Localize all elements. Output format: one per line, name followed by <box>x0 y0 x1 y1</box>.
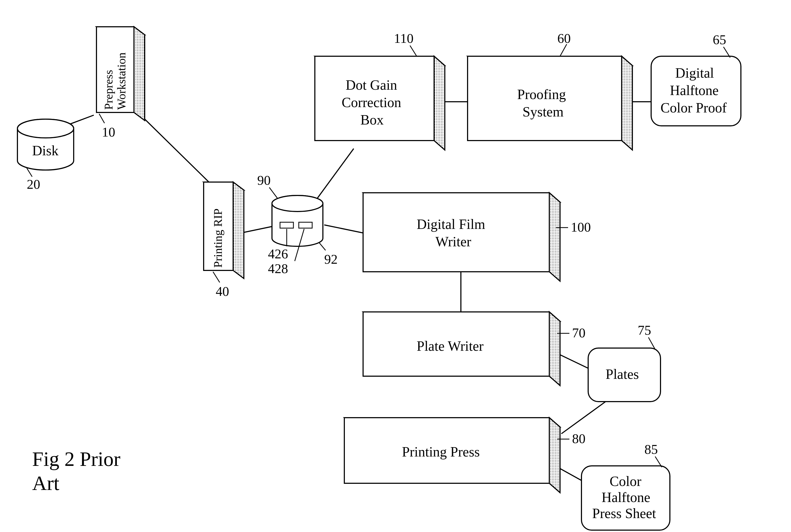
svg-line-28 <box>269 187 277 198</box>
prepress-ref: 10 <box>102 125 115 139</box>
svg-line-4 <box>241 226 273 233</box>
spool-ref-92: 92 <box>324 252 338 267</box>
prepress-label-1: Prepress <box>102 70 115 110</box>
plate-writer-box: Plate Writer <box>363 312 560 385</box>
proof-l2: Halftone <box>670 83 719 98</box>
svg-point-18 <box>17 119 74 138</box>
svg-marker-47 <box>549 312 560 385</box>
svg-marker-53 <box>549 418 560 493</box>
dotgain-ref: 110 <box>394 31 413 46</box>
sheet-l3: Press Sheet <box>592 506 656 521</box>
svg-marker-14 <box>134 27 145 120</box>
sheet-l1: Color <box>610 474 641 489</box>
spool-ref-428: 428 <box>268 261 288 276</box>
proofing-l2: System <box>522 104 564 119</box>
svg-line-12 <box>560 469 584 482</box>
svg-line-39 <box>560 44 567 56</box>
digital-proof-box: Digital Halftone Color Proof <box>651 56 741 126</box>
plates-label: Plates <box>606 366 639 382</box>
svg-rect-44 <box>363 193 549 272</box>
proofing-l1: Proofing <box>517 87 566 102</box>
plates-box: Plates <box>588 348 661 402</box>
spool-ref-90: 90 <box>257 173 271 188</box>
svg-marker-21 <box>233 182 244 279</box>
svg-line-29 <box>319 242 326 250</box>
svg-line-23 <box>213 272 220 283</box>
dotgain-l2: Correction <box>342 95 401 110</box>
disk-ref: 20 <box>27 177 40 192</box>
proof-l3: Color Proof <box>661 100 727 115</box>
film-writer-box: Digital Film Writer <box>363 193 560 281</box>
dotgain-l1: Dot Gain <box>346 77 397 93</box>
sheet-ref: 85 <box>644 442 658 457</box>
svg-point-25 <box>272 195 323 211</box>
rip-ref: 40 <box>216 284 229 299</box>
rip-label: Printing RIP <box>211 209 224 268</box>
press-ref: 80 <box>572 431 586 446</box>
dot-gain-box: Dot Gain Correction Box <box>315 56 445 150</box>
printing-press-box: Printing Press <box>344 418 560 493</box>
filmw-l1: Digital Film <box>417 216 485 232</box>
figure-title-line1: Fig 2 Prior <box>32 448 120 470</box>
spool-disk <box>272 195 323 246</box>
disk-cylinder: Disk <box>17 119 74 170</box>
proofing-system-box: Proofing System <box>467 56 632 150</box>
svg-line-35 <box>410 45 417 56</box>
diagram-canvas: Prepress Workstation 10 Disk 20 Printing… <box>0 0 791 532</box>
printing-rip-box: Printing RIP <box>204 182 244 279</box>
svg-marker-37 <box>622 56 632 150</box>
disk-label: Disk <box>32 143 58 158</box>
filmw-l2: Writer <box>436 234 471 249</box>
svg-marker-33 <box>434 56 445 150</box>
svg-line-3 <box>142 116 217 190</box>
svg-rect-26 <box>280 222 293 228</box>
sheet-l2: Halftone <box>602 490 650 505</box>
platew-ref: 70 <box>572 325 586 340</box>
filmw-ref: 100 <box>571 220 591 234</box>
prepress-workstation-box: Prepress Workstation <box>96 27 145 120</box>
svg-line-8 <box>324 225 363 233</box>
proof-l1: Digital <box>675 65 714 81</box>
press-label: Printing Press <box>402 444 480 459</box>
svg-marker-43 <box>549 193 560 281</box>
spool-ref-426: 426 <box>268 246 288 261</box>
press-sheet-box: Color Halftone Press Sheet <box>582 466 670 530</box>
svg-rect-27 <box>299 222 312 228</box>
dotgain-l3: Box <box>361 112 384 128</box>
proofing-ref: 60 <box>557 31 571 46</box>
plates-ref: 75 <box>638 323 651 338</box>
svg-line-19 <box>27 168 32 177</box>
svg-line-16 <box>99 114 105 123</box>
platew-label: Plate Writer <box>417 338 484 354</box>
svg-line-11 <box>562 402 606 434</box>
prepress-label-2: Workstation <box>115 53 128 110</box>
svg-line-5 <box>313 149 354 204</box>
figure-title-line2: Art <box>32 472 59 494</box>
proof-ref: 65 <box>713 32 726 47</box>
